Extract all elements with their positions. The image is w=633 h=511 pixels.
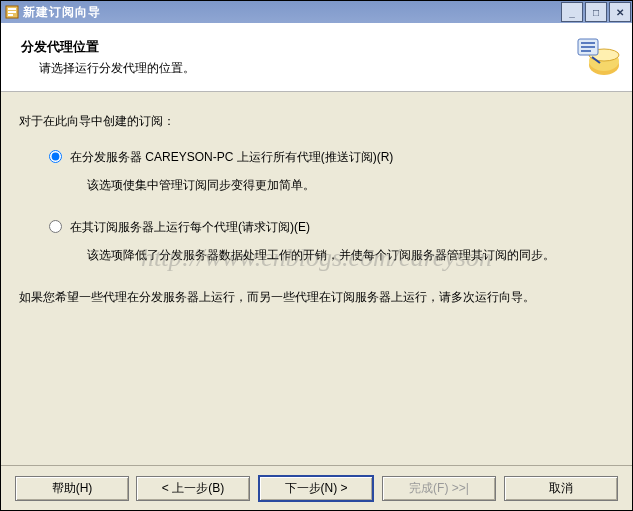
wizard-body: 对于在此向导中创建的订阅： 在分发服务器 CAREYSON-PC 上运行所有代理… [1,92,632,465]
radio-pull[interactable] [49,220,62,233]
header-text: 分发代理位置 请选择运行分发代理的位置。 [21,38,572,77]
header-title: 分发代理位置 [21,38,572,56]
option-push-subscription[interactable]: 在分发服务器 CAREYSON-PC 上运行所有代理(推送订阅)(R) [49,148,614,166]
option-pull-label: 在其订阅服务器上运行每个代理(请求订阅)(E) [70,218,310,236]
finish-button: 完成(F) >>| [382,476,496,501]
help-button[interactable]: 帮助(H) [15,476,129,501]
wizard-window: 新建订阅向导 _ □ ✕ 分发代理位置 请选择运行分发代理的位置。 [0,0,633,511]
app-icon [5,5,19,19]
footer-note: 如果您希望一些代理在分发服务器上运行，而另一些代理在订阅服务器上运行，请多次运行… [19,288,614,306]
next-button[interactable]: 下一步(N) > [258,475,374,502]
svg-rect-2 [8,11,16,13]
option-pull-subscription[interactable]: 在其订阅服务器上运行每个代理(请求订阅)(E) [49,218,614,236]
option-pull-description: 该选项降低了分发服务器数据处理工作的开销，并使每个订阅服务器管理其订阅的同步。 [87,246,614,264]
cancel-button[interactable]: 取消 [504,476,618,501]
button-bar: 帮助(H) < 上一步(B) 下一步(N) > 完成(F) >>| 取消 [1,465,632,510]
window-buttons: _ □ ✕ [560,1,632,23]
window-title: 新建订阅向导 [23,4,560,21]
svg-rect-10 [581,50,591,52]
svg-rect-1 [8,8,16,10]
close-button[interactable]: ✕ [609,2,631,22]
maximize-button[interactable]: □ [585,2,607,22]
svg-rect-3 [8,14,13,16]
back-button[interactable]: < 上一步(B) [136,476,250,501]
intro-text: 对于在此向导中创建的订阅： [19,112,614,130]
wizard-header: 分发代理位置 请选择运行分发代理的位置。 [1,23,632,92]
header-graphic-icon [572,33,620,81]
minimize-button[interactable]: _ [561,2,583,22]
option-push-label: 在分发服务器 CAREYSON-PC 上运行所有代理(推送订阅)(R) [70,148,393,166]
svg-rect-8 [581,42,595,44]
header-subtitle: 请选择运行分发代理的位置。 [21,60,572,77]
radio-push[interactable] [49,150,62,163]
svg-rect-9 [581,46,595,48]
title-bar: 新建订阅向导 _ □ ✕ [1,1,632,23]
option-push-description: 该选项使集中管理订阅同步变得更加简单。 [87,176,614,194]
